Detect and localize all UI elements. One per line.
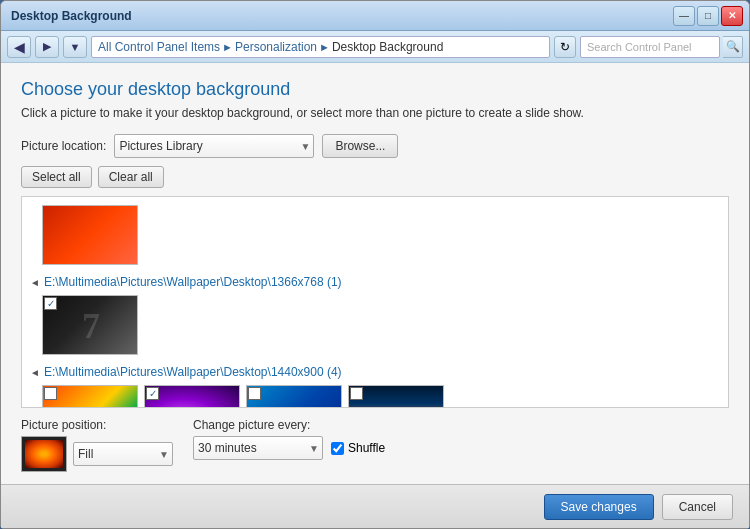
folder-name-1: E:\Multimedia\Pictures\Wallpaper\Desktop…	[44, 275, 342, 289]
thumbnail-checkbox-w4[interactable]	[248, 387, 261, 400]
main-content: Choose your desktop background Click a p…	[1, 63, 749, 484]
footer: Save changes Cancel	[1, 484, 749, 528]
thumbnail-checkbox-w2[interactable]	[44, 387, 57, 400]
page-title: Choose your desktop background	[21, 79, 729, 100]
position-select[interactable]: Fill Fit Stretch Tile Center	[73, 442, 173, 466]
position-preview	[21, 436, 67, 472]
selection-buttons-row: Select all Clear all	[21, 166, 729, 188]
thumbnail-item-top[interactable]	[42, 205, 716, 265]
change-row: 10 seconds 30 seconds 1 minute 2 minutes…	[193, 436, 385, 460]
folder-header-2: ◄ E:\Multimedia\Pictures\Wallpaper\Deskt…	[26, 363, 724, 381]
thumbnail-row-2: ✓	[26, 381, 724, 408]
folder-arrow-icon-2: ◄	[30, 367, 40, 378]
folder-group-2: ◄ E:\Multimedia\Pictures\Wallpaper\Deskt…	[26, 363, 724, 408]
main-window: Desktop Background — □ ✕ ◀ ▶ ▼ All Contr…	[0, 0, 750, 529]
bottom-controls: Picture position: Fill Fit Stretch Tile …	[21, 418, 729, 472]
position-select-wrapper: Fill Fit Stretch Tile Center ▼	[73, 442, 173, 466]
save-changes-button[interactable]: Save changes	[544, 494, 654, 520]
folder-header-1: ◄ E:\Multimedia\Pictures\Wallpaper\Deskt…	[26, 273, 724, 291]
position-section: Picture position: Fill Fit Stretch Tile …	[21, 418, 173, 472]
page-subtitle: Click a picture to make it your desktop …	[21, 106, 729, 120]
picture-location-select[interactable]: Pictures Library Windows Desktop Backgro…	[114, 134, 314, 158]
address-field[interactable]: All Control Panel Items ► Personalizatio…	[91, 36, 550, 58]
shuffle-checkbox[interactable]	[331, 442, 344, 455]
address-bar: ◀ ▶ ▼ All Control Panel Items ► Personal…	[1, 31, 749, 63]
browse-button[interactable]: Browse...	[322, 134, 398, 158]
search-button[interactable]: 🔍	[723, 36, 743, 58]
position-row: Fill Fit Stretch Tile Center ▼	[21, 436, 173, 472]
change-section: Change picture every: 10 seconds 30 seco…	[193, 418, 385, 460]
title-bar: Desktop Background — □ ✕	[1, 1, 749, 31]
close-button[interactable]: ✕	[721, 6, 743, 26]
thumbnail-item-w3[interactable]: ✓	[144, 385, 240, 408]
search-box[interactable]: Search Control Panel	[580, 36, 720, 58]
back-button[interactable]: ◀	[7, 36, 31, 58]
picture-location-label: Picture location:	[21, 139, 106, 153]
thumbnail-checkbox-w3[interactable]: ✓	[146, 387, 159, 400]
thumbnail-checkbox-w1[interactable]: ✓	[44, 297, 57, 310]
shuffle-row: Shuffle	[331, 441, 385, 455]
change-interval-select[interactable]: 10 seconds 30 seconds 1 minute 2 minutes…	[193, 436, 323, 460]
clear-all-button[interactable]: Clear all	[98, 166, 164, 188]
forward-button[interactable]: ▶	[35, 36, 59, 58]
picture-location-wrapper: Pictures Library Windows Desktop Backgro…	[114, 134, 314, 158]
thumbnail-item-w2[interactable]	[42, 385, 138, 408]
position-preview-image	[25, 440, 63, 468]
cancel-button[interactable]: Cancel	[662, 494, 733, 520]
folder-group-1: ◄ E:\Multimedia\Pictures\Wallpaper\Deskt…	[26, 273, 724, 359]
folder-arrow-icon-1: ◄	[30, 277, 40, 288]
address-part2: Personalization	[235, 40, 317, 54]
select-all-button[interactable]: Select all	[21, 166, 92, 188]
wallpaper-panel[interactable]: ◄ E:\Multimedia\Pictures\Wallpaper\Deskt…	[21, 196, 729, 408]
thumbnail-checkbox-w5[interactable]	[350, 387, 363, 400]
search-placeholder: Search Control Panel	[587, 41, 692, 53]
maximize-button[interactable]: □	[697, 6, 719, 26]
dropdown-button[interactable]: ▼	[63, 36, 87, 58]
position-label: Picture position:	[21, 418, 173, 432]
refresh-button[interactable]: ↻	[554, 36, 576, 58]
address-part1: All Control Panel Items	[98, 40, 220, 54]
address-part3: Desktop Background	[332, 40, 443, 54]
folder-name-2: E:\Multimedia\Pictures\Wallpaper\Desktop…	[44, 365, 342, 379]
minimize-button[interactable]: —	[673, 6, 695, 26]
change-select-wrapper: 10 seconds 30 seconds 1 minute 2 minutes…	[193, 436, 323, 460]
thumbnail-item-w1[interactable]: 7 ✓	[42, 295, 138, 355]
window-title: Desktop Background	[7, 9, 673, 23]
thumbnail-item-w4[interactable]	[246, 385, 342, 408]
shuffle-label: Shuffle	[348, 441, 385, 455]
thumbnail-image-top	[42, 205, 138, 265]
thumbnail-row-1: 7 ✓	[26, 291, 724, 359]
title-bar-buttons: — □ ✕	[673, 6, 743, 26]
picture-location-row: Picture location: Pictures Library Windo…	[21, 134, 729, 158]
thumbnail-item-w5[interactable]	[348, 385, 444, 408]
change-label: Change picture every:	[193, 418, 385, 432]
